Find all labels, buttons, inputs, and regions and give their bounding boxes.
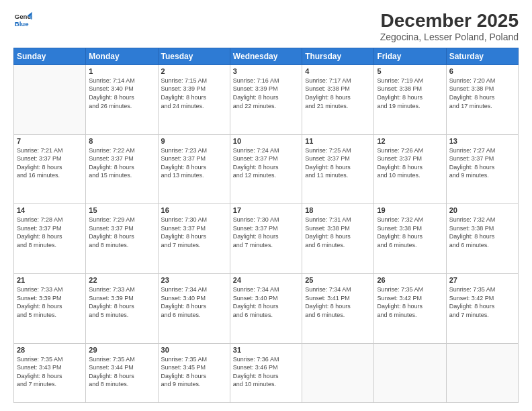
day-info: Sunrise: 7:34 AMSunset: 3:41 PMDaylight:… (305, 285, 371, 319)
title-block: December 2025 Zegocina, Lesser Poland, P… (380, 11, 519, 42)
logo: General Blue (13, 11, 32, 30)
day-info: Sunrise: 7:17 AMSunset: 3:38 PMDaylight:… (305, 77, 371, 110)
day-info: Sunrise: 7:28 AMSunset: 3:37 PMDaylight:… (17, 216, 83, 249)
day-info: Sunrise: 7:21 AMSunset: 3:37 PMDaylight:… (17, 146, 83, 180)
day-number: 26 (377, 276, 443, 284)
day-info: Sunrise: 7:35 AMSunset: 3:43 PMDaylight:… (17, 355, 83, 389)
day-info: Sunrise: 7:14 AMSunset: 3:40 PMDaylight:… (89, 77, 154, 110)
day-number: 13 (449, 137, 515, 145)
table-row: 11Sunrise: 7:25 AMSunset: 3:37 PMDayligh… (302, 134, 374, 204)
day-number: 27 (449, 276, 515, 284)
day-info: Sunrise: 7:30 AMSunset: 3:37 PMDaylight:… (161, 216, 227, 249)
day-number: 8 (89, 137, 154, 145)
day-info: Sunrise: 7:24 AMSunset: 3:37 PMDaylight:… (233, 146, 299, 180)
table-row: 30Sunrise: 7:35 AMSunset: 3:45 PMDayligh… (158, 343, 230, 402)
day-number: 5 (377, 67, 443, 75)
day-number: 29 (89, 346, 154, 354)
calendar-subtitle: Zegocina, Lesser Poland, Poland (380, 32, 519, 42)
day-number: 14 (17, 206, 83, 214)
table-row: 21Sunrise: 7:33 AMSunset: 3:39 PMDayligh… (14, 273, 86, 343)
day-info: Sunrise: 7:35 AMSunset: 3:44 PMDaylight:… (89, 355, 154, 389)
col-thursday: Thursday (302, 48, 374, 64)
day-info: Sunrise: 7:34 AMSunset: 3:40 PMDaylight:… (233, 285, 299, 319)
table-row: 17Sunrise: 7:30 AMSunset: 3:37 PMDayligh… (230, 204, 302, 274)
col-saturday: Saturday (446, 48, 518, 64)
day-number: 15 (89, 206, 154, 214)
table-row: 13Sunrise: 7:27 AMSunset: 3:37 PMDayligh… (446, 134, 518, 204)
day-info: Sunrise: 7:29 AMSunset: 3:37 PMDaylight:… (89, 216, 154, 249)
day-info: Sunrise: 7:20 AMSunset: 3:38 PMDaylight:… (449, 77, 515, 110)
table-row: 20Sunrise: 7:32 AMSunset: 3:38 PMDayligh… (446, 204, 518, 274)
table-row: 14Sunrise: 7:28 AMSunset: 3:37 PMDayligh… (14, 204, 86, 274)
svg-text:Blue: Blue (15, 20, 29, 28)
table-row: 19Sunrise: 7:32 AMSunset: 3:38 PMDayligh… (374, 204, 446, 274)
day-number: 28 (17, 346, 83, 354)
table-row: 26Sunrise: 7:35 AMSunset: 3:42 PMDayligh… (374, 273, 446, 343)
table-row: 24Sunrise: 7:34 AMSunset: 3:40 PMDayligh… (230, 273, 302, 343)
col-monday: Monday (86, 48, 158, 64)
table-row: 31Sunrise: 7:36 AMSunset: 3:46 PMDayligh… (230, 343, 302, 402)
col-tuesday: Tuesday (158, 48, 230, 64)
col-friday: Friday (374, 48, 446, 64)
header: General Blue December 2025 Zegocina, Les… (13, 11, 519, 42)
day-number: 3 (233, 67, 299, 75)
table-row: 12Sunrise: 7:26 AMSunset: 3:37 PMDayligh… (374, 134, 446, 204)
day-info: Sunrise: 7:25 AMSunset: 3:37 PMDaylight:… (305, 146, 371, 180)
table-row: 9Sunrise: 7:23 AMSunset: 3:37 PMDaylight… (158, 134, 230, 204)
day-number: 23 (161, 276, 227, 284)
table-row (446, 343, 518, 402)
day-number: 18 (305, 206, 371, 214)
day-info: Sunrise: 7:19 AMSunset: 3:38 PMDaylight:… (377, 77, 443, 110)
day-info: Sunrise: 7:35 AMSunset: 3:45 PMDaylight:… (161, 355, 227, 389)
day-info: Sunrise: 7:26 AMSunset: 3:37 PMDaylight:… (377, 146, 443, 180)
table-row (14, 64, 86, 134)
table-row: 10Sunrise: 7:24 AMSunset: 3:37 PMDayligh… (230, 134, 302, 204)
calendar-table: Sunday Monday Tuesday Wednesday Thursday… (13, 48, 519, 403)
day-info: Sunrise: 7:22 AMSunset: 3:37 PMDaylight:… (89, 146, 154, 180)
day-number: 6 (449, 67, 515, 75)
day-number: 20 (449, 206, 515, 214)
day-info: Sunrise: 7:30 AMSunset: 3:37 PMDaylight:… (233, 216, 299, 249)
day-info: Sunrise: 7:27 AMSunset: 3:37 PMDaylight:… (449, 146, 515, 180)
day-number: 21 (17, 276, 83, 284)
day-number: 17 (233, 206, 299, 214)
day-number: 11 (305, 137, 371, 145)
day-number: 25 (305, 276, 371, 284)
table-row: 18Sunrise: 7:31 AMSunset: 3:38 PMDayligh… (302, 204, 374, 274)
table-row: 4Sunrise: 7:17 AMSunset: 3:38 PMDaylight… (302, 64, 374, 134)
col-sunday: Sunday (14, 48, 86, 64)
day-number: 30 (161, 346, 227, 354)
table-row: 16Sunrise: 7:30 AMSunset: 3:37 PMDayligh… (158, 204, 230, 274)
day-number: 2 (161, 67, 227, 75)
table-row (374, 343, 446, 402)
logo-icon: General Blue (13, 11, 32, 30)
day-number: 12 (377, 137, 443, 145)
day-number: 22 (89, 276, 154, 284)
table-row: 1Sunrise: 7:14 AMSunset: 3:40 PMDaylight… (86, 64, 158, 134)
day-number: 4 (305, 67, 371, 75)
day-number: 31 (233, 346, 299, 354)
day-info: Sunrise: 7:34 AMSunset: 3:40 PMDaylight:… (161, 285, 227, 319)
table-row: 7Sunrise: 7:21 AMSunset: 3:37 PMDaylight… (14, 134, 86, 204)
day-info: Sunrise: 7:15 AMSunset: 3:39 PMDaylight:… (161, 77, 227, 110)
table-row (302, 343, 374, 402)
day-info: Sunrise: 7:35 AMSunset: 3:42 PMDaylight:… (377, 285, 443, 319)
table-row: 29Sunrise: 7:35 AMSunset: 3:44 PMDayligh… (86, 343, 158, 402)
day-number: 1 (89, 67, 154, 75)
day-info: Sunrise: 7:31 AMSunset: 3:38 PMDaylight:… (305, 216, 371, 249)
day-info: Sunrise: 7:33 AMSunset: 3:39 PMDaylight:… (89, 285, 154, 319)
day-info: Sunrise: 7:23 AMSunset: 3:37 PMDaylight:… (161, 146, 227, 180)
table-row: 15Sunrise: 7:29 AMSunset: 3:37 PMDayligh… (86, 204, 158, 274)
table-row: 23Sunrise: 7:34 AMSunset: 3:40 PMDayligh… (158, 273, 230, 343)
day-number: 10 (233, 137, 299, 145)
table-row: 8Sunrise: 7:22 AMSunset: 3:37 PMDaylight… (86, 134, 158, 204)
day-number: 19 (377, 206, 443, 214)
page: General Blue December 2025 Zegocina, Les… (0, 0, 532, 411)
calendar-title: December 2025 (380, 11, 519, 32)
day-info: Sunrise: 7:36 AMSunset: 3:46 PMDaylight:… (233, 355, 299, 389)
day-info: Sunrise: 7:33 AMSunset: 3:39 PMDaylight:… (17, 285, 83, 319)
day-info: Sunrise: 7:35 AMSunset: 3:42 PMDaylight:… (449, 285, 515, 319)
day-number: 7 (17, 137, 83, 145)
day-number: 16 (161, 206, 227, 214)
table-row: 27Sunrise: 7:35 AMSunset: 3:42 PMDayligh… (446, 273, 518, 343)
